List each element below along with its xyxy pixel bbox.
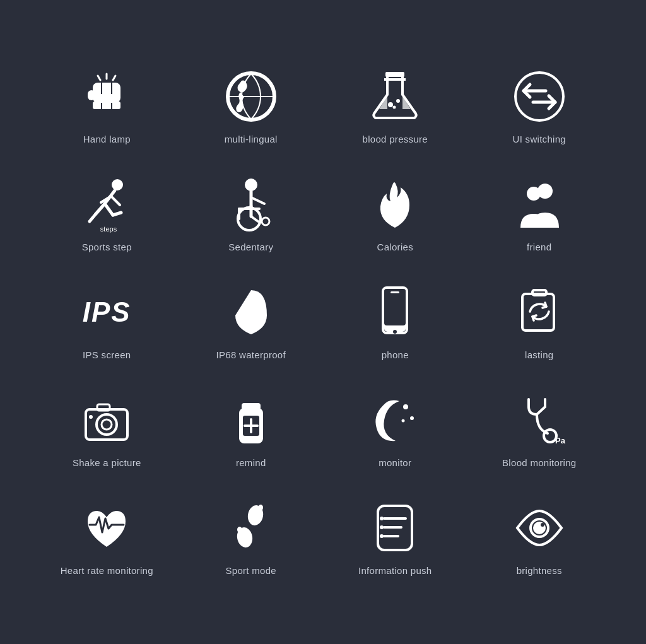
svg-point-61 bbox=[410, 416, 414, 420]
svg-line-26 bbox=[96, 204, 105, 214]
ui-switching-icon bbox=[511, 68, 568, 125]
svg-point-45 bbox=[393, 330, 397, 334]
feature-remind: remind bbox=[182, 379, 320, 481]
svg-point-65 bbox=[544, 430, 556, 442]
svg-rect-18 bbox=[385, 72, 404, 77]
svg-rect-46 bbox=[391, 291, 399, 293]
heart-rate-icon bbox=[78, 500, 135, 556]
feature-information-push: Information push bbox=[326, 487, 464, 588]
svg-point-62 bbox=[402, 419, 405, 423]
svg-point-31 bbox=[245, 179, 257, 191]
phone-icon bbox=[367, 284, 423, 341]
ips-screen-label: IPS screen bbox=[83, 349, 131, 360]
feature-ui-switching: UI switching bbox=[471, 56, 609, 157]
remind-label: remind bbox=[236, 457, 266, 468]
monitor-icon bbox=[367, 392, 423, 448]
svg-point-80 bbox=[541, 523, 544, 527]
calories-label: Calories bbox=[377, 242, 413, 252]
svg-rect-44 bbox=[384, 289, 406, 325]
feature-multi-lingual: multi-lingual bbox=[182, 56, 320, 157]
information-push-label: Information push bbox=[358, 565, 432, 576]
remind-icon bbox=[223, 392, 279, 448]
friend-icon bbox=[511, 176, 568, 233]
sedentary-label: Sedentary bbox=[228, 242, 273, 252]
multi-lingual-label: multi-lingual bbox=[225, 134, 278, 144]
friend-label: friend bbox=[527, 242, 551, 252]
sports-step-label: Sports step bbox=[82, 242, 132, 252]
features-grid: Hand lamp multi-lingual bbox=[0, 30, 646, 614]
shake-picture-label: Shake a picture bbox=[73, 457, 141, 468]
feature-monitor: monitor bbox=[326, 379, 464, 481]
feature-ip68-waterproof: IP68 waterproof bbox=[182, 271, 320, 373]
ip68-waterproof-icon bbox=[223, 284, 279, 341]
svg-point-53 bbox=[89, 415, 93, 419]
heart-rate-label: Heart rate monitoring bbox=[61, 565, 153, 576]
feature-friend: friend bbox=[471, 163, 609, 265]
svg-point-22 bbox=[112, 179, 123, 190]
feature-brightness: brightness bbox=[471, 487, 609, 588]
feature-sport-mode: Sport mode bbox=[182, 487, 320, 588]
svg-line-8 bbox=[113, 76, 115, 80]
sport-mode-icon bbox=[223, 500, 279, 556]
svg-point-16 bbox=[396, 99, 400, 103]
multi-lingual-icon bbox=[223, 68, 279, 125]
svg-rect-59 bbox=[242, 403, 261, 411]
svg-point-36 bbox=[238, 208, 261, 230]
feature-sedentary: Sedentary bbox=[182, 163, 320, 265]
shake-picture-icon bbox=[78, 392, 135, 448]
ip68-waterproof-label: IP68 waterproof bbox=[216, 349, 286, 360]
svg-text:Pa: Pa bbox=[555, 436, 566, 445]
svg-line-9 bbox=[98, 76, 100, 80]
svg-line-29 bbox=[111, 196, 120, 205]
hand-lamp-icon bbox=[78, 68, 135, 125]
information-push-icon bbox=[367, 500, 423, 556]
svg-rect-3 bbox=[93, 83, 120, 103]
svg-point-41 bbox=[527, 187, 541, 201]
svg-point-77 bbox=[380, 534, 384, 538]
svg-rect-52 bbox=[97, 404, 110, 411]
feature-heart-rate: Heart rate monitoring bbox=[38, 487, 176, 588]
lasting-icon bbox=[511, 284, 568, 341]
feature-phone: phone bbox=[326, 271, 464, 373]
feature-hand-lamp: Hand lamp bbox=[38, 56, 176, 157]
blood-pressure-icon bbox=[367, 68, 423, 125]
svg-point-60 bbox=[403, 404, 408, 409]
svg-point-17 bbox=[393, 106, 396, 109]
svg-line-24 bbox=[105, 204, 113, 215]
lasting-label: lasting bbox=[525, 349, 553, 360]
svg-point-15 bbox=[388, 102, 393, 107]
svg-point-76 bbox=[380, 525, 384, 529]
svg-point-19 bbox=[515, 73, 563, 120]
brightness-icon bbox=[511, 500, 568, 556]
sports-step-icon: steps bbox=[78, 176, 135, 233]
feature-sports-step: steps Sports step bbox=[38, 163, 176, 265]
feature-lasting: lasting bbox=[471, 271, 609, 373]
svg-point-37 bbox=[262, 218, 269, 225]
ui-switching-label: UI switching bbox=[513, 134, 566, 144]
feature-ips-screen: IPS IPS screen bbox=[38, 271, 176, 373]
monitor-label: monitor bbox=[379, 457, 411, 468]
brightness-label: brightness bbox=[517, 565, 562, 576]
svg-rect-6 bbox=[88, 90, 95, 100]
blood-monitoring-label: Blood monitoring bbox=[502, 457, 576, 468]
sport-mode-label: Sport mode bbox=[225, 565, 276, 576]
svg-point-50 bbox=[97, 414, 117, 435]
feature-shake-picture: Shake a picture bbox=[38, 379, 176, 481]
sedentary-icon bbox=[223, 176, 279, 233]
svg-point-75 bbox=[380, 517, 384, 520]
svg-text:steps: steps bbox=[100, 225, 117, 233]
feature-calories: Calories bbox=[326, 163, 464, 265]
blood-monitoring-icon: Pa bbox=[511, 392, 568, 448]
svg-line-35 bbox=[251, 216, 258, 221]
ips-text: IPS bbox=[83, 296, 131, 328]
svg-line-33 bbox=[251, 197, 264, 204]
calories-icon bbox=[367, 176, 423, 233]
phone-label: phone bbox=[382, 349, 409, 360]
svg-line-25 bbox=[113, 213, 121, 215]
feature-blood-monitoring: Pa Blood monitoring bbox=[471, 379, 609, 481]
svg-line-27 bbox=[90, 214, 96, 221]
hand-lamp-label: Hand lamp bbox=[83, 134, 131, 144]
feature-blood-pressure: blood pressure bbox=[326, 56, 464, 157]
svg-point-51 bbox=[102, 419, 112, 430]
blood-pressure-label: blood pressure bbox=[363, 134, 428, 144]
